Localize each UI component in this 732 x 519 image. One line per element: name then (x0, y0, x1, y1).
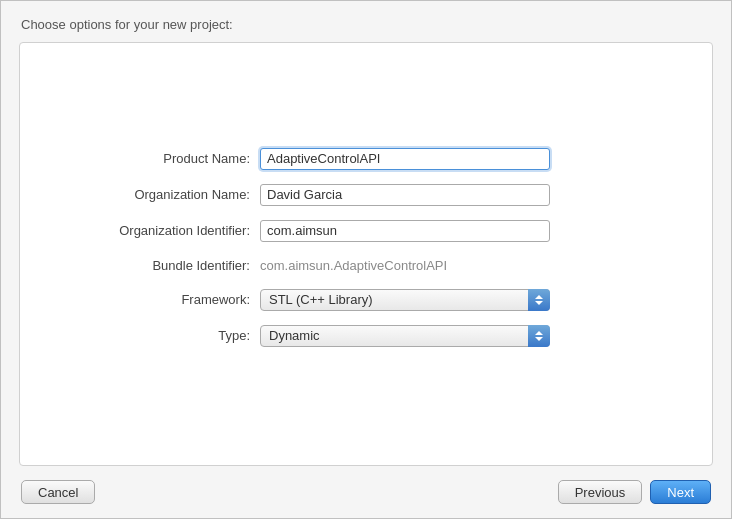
dialog-footer: Cancel Previous Next (1, 466, 731, 518)
next-button[interactable]: Next (650, 480, 711, 504)
dialog-content: Product Name: Organization Name: Organiz… (19, 42, 713, 466)
framework-select[interactable]: STL (C++ Library) None (260, 289, 550, 311)
cancel-button[interactable]: Cancel (21, 480, 95, 504)
dialog: Choose options for your new project: Pro… (0, 0, 732, 519)
org-name-input[interactable] (260, 184, 550, 206)
footer-left: Cancel (21, 480, 95, 504)
bundle-id-row: Bundle Identifier: com.aimsun.AdaptiveCo… (60, 256, 672, 275)
form-container: Product Name: Organization Name: Organiz… (20, 128, 712, 381)
product-name-row: Product Name: (60, 148, 672, 170)
type-select-container: Dynamic Static (260, 325, 550, 347)
org-name-row: Organization Name: (60, 184, 672, 206)
product-name-label: Product Name: (60, 151, 260, 166)
footer-right: Previous Next (558, 480, 711, 504)
previous-button[interactable]: Previous (558, 480, 643, 504)
org-name-label: Organization Name: (60, 187, 260, 202)
org-id-row: Organization Identifier: (60, 220, 672, 242)
framework-row: Framework: STL (C++ Library) None (60, 289, 672, 311)
framework-select-container: STL (C++ Library) None (260, 289, 550, 311)
org-id-input[interactable] (260, 220, 550, 242)
bundle-id-value: com.aimsun.AdaptiveControlAPI (260, 256, 550, 275)
type-label: Type: (60, 328, 260, 343)
type-row: Type: Dynamic Static (60, 325, 672, 347)
bundle-id-label: Bundle Identifier: (60, 258, 260, 273)
dialog-header-title: Choose options for your new project: (21, 17, 233, 32)
framework-label: Framework: (60, 292, 260, 307)
product-name-input[interactable] (260, 148, 550, 170)
dialog-header: Choose options for your new project: (1, 1, 731, 42)
org-id-label: Organization Identifier: (60, 223, 260, 238)
type-select[interactable]: Dynamic Static (260, 325, 550, 347)
